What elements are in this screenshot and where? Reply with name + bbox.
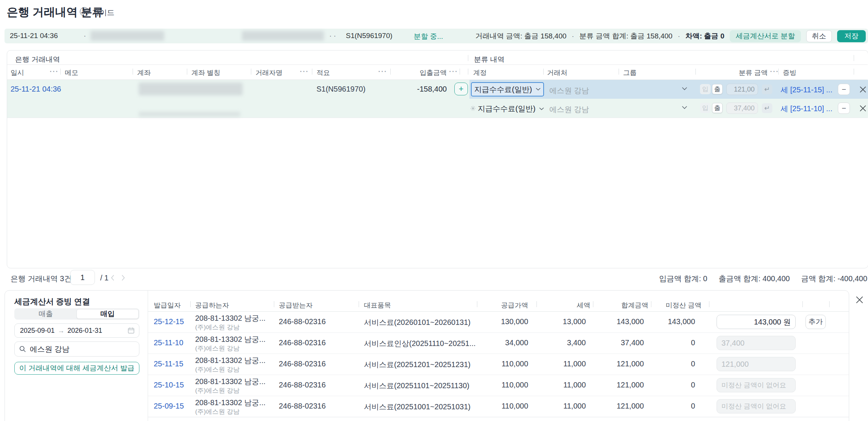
col-header-item: 대표품목: [364, 301, 391, 310]
summary-datetime: 25-11-21 04:36: [10, 32, 58, 40]
class-amount-input[interactable]: 121,00: [726, 84, 758, 95]
column-divider: [709, 301, 709, 307]
divider: [7, 118, 868, 118]
column-divider: [274, 301, 274, 307]
column-divider: [778, 69, 779, 75]
invoice-buyer: 246-88-02316: [279, 317, 326, 326]
tab-sales[interactable]: 매출: [15, 309, 76, 319]
invoice-item: 서비스료(20251201~20251231): [364, 360, 471, 370]
col-header-total: 합계금액: [596, 301, 648, 310]
link-amount-input-disabled: 미정산 금액이 없어요: [717, 378, 796, 392]
invoice-supply: 130,000: [475, 317, 528, 326]
next-page-icon[interactable]: [121, 275, 125, 281]
column-divider: [460, 69, 460, 75]
issue-invoice-button[interactable]: 이 거래내역에 대해 세금계산서 발급: [14, 362, 139, 375]
transaction-datetime-link[interactable]: 25-11-21 04:36: [11, 85, 61, 93]
col-header-tax: 세액: [538, 301, 590, 310]
withdrawal-toggle[interactable]: 출: [712, 84, 723, 94]
invoice-tax: 11,000: [533, 402, 586, 410]
invoice-total: 121,000: [591, 381, 644, 389]
invoice-date-link[interactable]: 25-11-10: [154, 338, 183, 347]
add-link-button[interactable]: 추가: [805, 315, 826, 329]
invoice-supplier: 208-81-13302 남궁...: [195, 313, 266, 323]
separator-dot: ·: [572, 32, 574, 40]
column-menu-icon[interactable]: ···: [770, 68, 779, 76]
date-range-input[interactable]: 2025-09-01 → 2026-01-31: [14, 323, 139, 338]
apply-amount-button[interactable]: ↵: [762, 103, 772, 113]
column-menu-icon[interactable]: ···: [300, 68, 309, 76]
prev-page-icon[interactable]: [111, 275, 115, 281]
col-header-vendor: 거래처: [547, 68, 567, 77]
col-header-buyer: 공급받는자: [279, 301, 313, 310]
search-icon: [19, 346, 26, 352]
withdrawal-total: 출금액 합계: 400,400: [718, 274, 790, 284]
page-title: 은행 거래내역 분류: [7, 5, 104, 20]
invoice-total: 121,000: [591, 360, 644, 368]
deposit-toggle[interactable]: 입: [700, 103, 711, 113]
add-classification-button[interactable]: +: [454, 83, 468, 95]
vendor-select[interactable]: 에스원 강남: [549, 86, 589, 96]
col-header-datetime: 일시: [11, 68, 24, 77]
column-menu-icon[interactable]: ···: [378, 68, 387, 76]
vendor-select[interactable]: 에스원 강남: [549, 104, 589, 115]
invoice-supply: 110,000: [475, 402, 528, 410]
divider: [7, 64, 868, 65]
invoice-date-link[interactable]: 25-11-15: [154, 360, 183, 368]
divider: [148, 375, 849, 375]
col-header-memo: 메모: [65, 68, 78, 77]
evidence-link[interactable]: 세 [25-11-15] ...: [781, 85, 832, 95]
remove-classification-button[interactable]: −: [838, 103, 850, 114]
link-amount-input[interactable]: 143,000 원: [717, 315, 796, 329]
calendar-icon: [128, 327, 134, 334]
column-divider: [187, 69, 187, 75]
invoice-supplier: 208-81-13302 남궁...: [195, 355, 266, 366]
column-menu-icon[interactable]: ···: [449, 68, 458, 76]
delete-row-icon[interactable]: [860, 86, 866, 93]
invoice-date-link[interactable]: 25-09-15: [154, 402, 184, 410]
group-select-chevron-icon[interactable]: [682, 106, 687, 109]
split-status-link[interactable]: 분할 중...: [414, 32, 443, 41]
column-menu-icon[interactable]: ···: [50, 68, 59, 76]
save-button[interactable]: 저장: [837, 30, 866, 42]
vendor-search-input[interactable]: 에스원 강남: [14, 341, 139, 357]
invoice-unsettled: 0: [642, 338, 695, 347]
chevron-down-icon: [536, 88, 541, 91]
section-bank-transactions: 은행 거래내역: [15, 55, 60, 64]
ledger-account-select[interactable]: 지급수수료(일반): [471, 82, 544, 96]
link-amount-input-disabled: 37,400: [717, 336, 796, 350]
col-header-summary: 적요: [316, 68, 330, 77]
close-panel-icon[interactable]: [856, 296, 863, 303]
apply-amount-button[interactable]: ↵: [762, 84, 772, 94]
help-circle-icon: ?: [80, 7, 89, 16]
link-amount-input-disabled: 121,000: [717, 357, 796, 371]
classified-total-label: 분류 금액 합계: 출금 158,400: [579, 31, 672, 41]
cancel-button[interactable]: 취소: [806, 30, 832, 42]
separator-dot: ·: [84, 32, 86, 40]
ledger-account-value: 지급수수료(일반): [478, 104, 535, 114]
bank-transaction-classification-page: 은행 거래내역 분류 ? 가이드 25-11-21 04:36 · · · S1…: [0, 0, 868, 421]
deposit-toggle[interactable]: 입: [700, 84, 711, 94]
difference-label: 차액: 출금 0: [685, 31, 724, 41]
group-select-chevron-icon[interactable]: [682, 87, 687, 90]
ledger-account-select[interactable]: 지급수수료(일반): [478, 104, 544, 114]
column-divider: [133, 69, 133, 75]
invoice-supply: 110,000: [475, 360, 528, 368]
invoice-item: 서비스료(20251101~20251130): [364, 381, 469, 391]
arrow-right-icon: →: [58, 327, 64, 335]
invoice-supplier-sub: (주)에스원 강남: [195, 344, 240, 353]
delete-row-icon[interactable]: [860, 105, 866, 112]
page-number-input[interactable]: 1: [70, 270, 95, 285]
class-amount-input[interactable]: 37,400: [726, 103, 758, 114]
col-header-counterparty: 거래자명: [255, 68, 283, 77]
guide-link[interactable]: 가이드: [92, 8, 115, 18]
evidence-link[interactable]: 세 [25-11-10] ...: [781, 104, 832, 114]
column-divider: [536, 301, 537, 307]
remove-classification-button[interactable]: −: [838, 84, 850, 95]
tab-purchases[interactable]: 매입: [76, 309, 139, 319]
column-divider: [60, 69, 61, 75]
withdrawal-toggle[interactable]: 출: [712, 103, 723, 113]
split-by-invoice-button[interactable]: 세금계산서로 분할: [730, 30, 801, 42]
redacted-company-name: [90, 31, 164, 41]
invoice-date-link[interactable]: 25-10-15: [154, 381, 184, 389]
invoice-date-link[interactable]: 25-12-15: [154, 317, 184, 326]
